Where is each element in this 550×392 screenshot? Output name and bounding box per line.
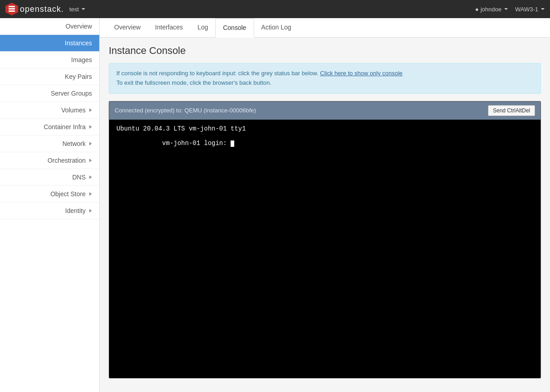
chevron-icon-volumes xyxy=(89,108,92,112)
sidebar-item-instances[interactable]: Instances xyxy=(0,35,99,52)
user-caret-icon xyxy=(504,8,508,10)
sidebar-label-network: Network xyxy=(7,140,86,147)
console-alert: If console is not responding to keyboard… xyxy=(109,63,541,94)
sidebar-label-identity: Identity xyxy=(7,207,86,214)
sidebar-label-server-groups: Server Groups xyxy=(7,90,92,97)
svg-rect-2 xyxy=(9,10,15,12)
user-label: johndoe xyxy=(481,6,502,13)
sidebar-item-server-groups[interactable]: Server Groups xyxy=(0,85,99,102)
send-ctrl-alt-del-button[interactable]: Send CtrlAltDel xyxy=(488,105,535,116)
console-line-1: Ubuntu 20.04.3 LTS vm-john-01 tty1 xyxy=(116,125,533,132)
chevron-icon-orchestration xyxy=(89,159,92,162)
project-label: test xyxy=(69,6,79,13)
sidebar-label-key-pairs: Key Pairs xyxy=(7,73,92,80)
svg-rect-0 xyxy=(9,6,15,7)
navbar-left: openstack. test xyxy=(5,3,85,15)
sidebar-item-orchestration[interactable]: Orchestration xyxy=(0,152,99,169)
tab-action-log[interactable]: Action Log xyxy=(254,18,299,38)
console-wrapper: Connected (encrypted) to: QEMU (instance… xyxy=(109,101,541,378)
navbar-right: ● johndoe WAW3-1 xyxy=(475,6,545,13)
content-area: Overview Interfaces Log Console Action L… xyxy=(100,18,550,392)
tab-overview[interactable]: Overview xyxy=(107,18,148,38)
tab-interfaces[interactable]: Interfaces xyxy=(148,18,190,38)
sidebar-label-volumes: Volumes xyxy=(7,106,86,114)
main-layout: Overview Instances Images Key Pairs Serv… xyxy=(0,18,550,392)
logo-svg xyxy=(8,5,16,13)
project-dropdown[interactable]: test xyxy=(69,6,85,13)
sidebar: Overview Instances Images Key Pairs Serv… xyxy=(0,18,100,392)
chevron-icon-network xyxy=(89,142,92,145)
chevron-icon-container-infra xyxy=(89,125,92,129)
sidebar-item-key-pairs[interactable]: Key Pairs xyxy=(0,68,99,85)
console-screen[interactable]: Ubuntu 20.04.3 LTS vm-john-01 tty1 vm-jo… xyxy=(109,120,540,378)
region-menu[interactable]: WAW3-1 xyxy=(515,6,545,13)
sidebar-item-dns[interactable]: DNS xyxy=(0,169,99,186)
navbar: openstack. test ● johndoe WAW3-1 xyxy=(0,0,550,18)
console-cursor xyxy=(231,140,234,147)
project-caret-icon xyxy=(82,8,85,10)
console-status-text: Connected (encrypted) to: QEMU (instance… xyxy=(115,107,256,114)
sidebar-item-volumes[interactable]: Volumes xyxy=(0,102,99,119)
brand-text: openstack. xyxy=(20,5,64,14)
sidebar-item-object-store[interactable]: Object Store xyxy=(0,186,99,203)
chevron-icon-object-store xyxy=(89,192,92,196)
page-content: Instance Console If console is not respo… xyxy=(100,38,550,386)
page-title: Instance Console xyxy=(109,45,541,57)
tab-console[interactable]: Console xyxy=(215,18,254,38)
sidebar-item-overview[interactable]: Overview xyxy=(0,18,99,35)
sidebar-label-object-store: Object Store xyxy=(7,190,86,198)
region-label: WAW3-1 xyxy=(515,6,538,13)
sidebar-label-dns: DNS xyxy=(7,174,86,181)
navbar-brand[interactable]: openstack. xyxy=(5,3,64,15)
sidebar-label-instances: Instances xyxy=(7,39,92,47)
tab-bar: Overview Interfaces Log Console Action L… xyxy=(100,18,550,38)
alert-text-1: If console is not responding to keyboard… xyxy=(116,70,318,77)
sidebar-label-container-infra: Container Infra xyxy=(7,123,86,131)
region-caret-icon xyxy=(541,8,545,10)
svg-rect-1 xyxy=(9,8,15,10)
console-line-2: vm-john-01 login: xyxy=(116,132,533,154)
sidebar-label-overview: Overview xyxy=(7,23,92,30)
alert-link[interactable]: Click here to show only console xyxy=(320,70,403,77)
sidebar-item-network[interactable]: Network xyxy=(0,136,99,152)
console-titlebar[interactable]: Connected (encrypted) to: QEMU (instance… xyxy=(109,102,540,120)
sidebar-item-images[interactable]: Images xyxy=(0,52,99,68)
sidebar-item-identity[interactable]: Identity xyxy=(0,203,99,219)
chevron-icon-dns xyxy=(89,175,92,179)
openstack-logo-icon xyxy=(5,3,18,15)
sidebar-label-orchestration: Orchestration xyxy=(7,157,86,164)
sidebar-item-container-infra[interactable]: Container Infra xyxy=(0,119,99,136)
alert-text-2: To exit the fullscreen mode, click the b… xyxy=(116,79,271,86)
tab-log[interactable]: Log xyxy=(190,18,215,38)
sidebar-label-images: Images xyxy=(7,56,92,63)
chevron-icon-identity xyxy=(89,209,92,213)
user-menu[interactable]: ● johndoe xyxy=(475,6,508,13)
